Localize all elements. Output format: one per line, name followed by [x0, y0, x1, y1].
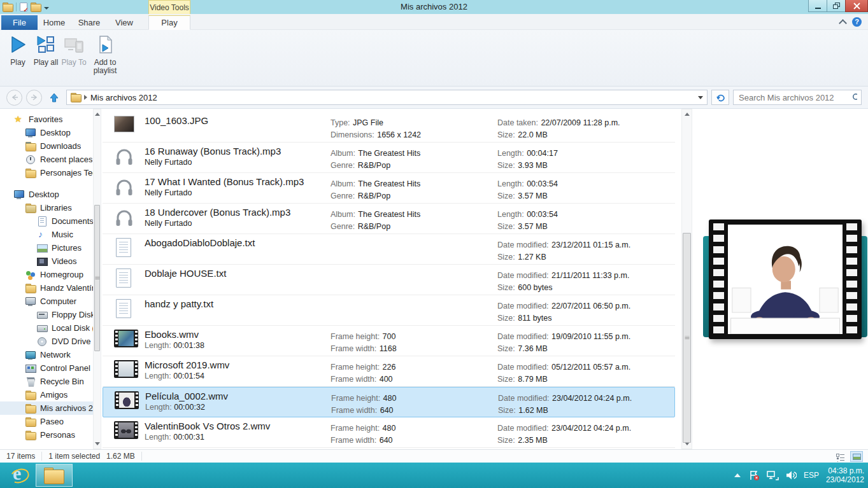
sidebar-item[interactable]: Homegroup	[0, 268, 93, 281]
sidebar-item[interactable]: Downloads	[0, 139, 93, 153]
file-row[interactable]: Microsoft 2019.wmv Length: 00:01:54 Fram…	[103, 356, 675, 387]
sidebar-icon	[25, 155, 36, 165]
ribbon-button[interactable]: Add to playlist	[89, 32, 122, 86]
sidebar-item[interactable]: Libraries	[0, 201, 93, 214]
new-folder-icon[interactable]	[31, 3, 41, 11]
breadcrumb-chevron-icon[interactable]	[84, 95, 87, 100]
detail-label: Length:	[497, 210, 524, 219]
ribbon-tab[interactable]: Home	[39, 15, 69, 30]
detail-value: 811 bytes	[518, 314, 551, 323]
file-row[interactable]: 16 Runaway (Bonus Track).mp3 Nelly Furta…	[103, 143, 675, 173]
sidebar-icon	[37, 256, 48, 267]
network-icon[interactable]	[767, 470, 779, 480]
sidebar-item[interactable]: Personas	[0, 428, 93, 442]
sidebar-item[interactable]: Music	[0, 228, 93, 241]
clock[interactable]: 04:38 p.m. 23/04/2012	[826, 466, 864, 484]
sidebar-item[interactable]: Paseo	[0, 415, 93, 428]
help-icon[interactable]	[852, 17, 862, 27]
scrollbar-thumb[interactable]	[94, 205, 100, 351]
ribbon-tab[interactable]: Share	[71, 15, 107, 30]
sidebar-item[interactable]: Videos	[0, 254, 93, 268]
sidebar-item[interactable]: Personajes Tecno	[0, 166, 93, 179]
scroll-up-icon[interactable]	[94, 109, 101, 119]
details-view-icon	[836, 453, 844, 461]
sidebar-item[interactable]: Recent places	[0, 153, 93, 166]
file-row[interactable]: 100_1603.JPG Type: JPG File Dimensions: …	[103, 112, 675, 143]
address-row: Mis archivos 2012	[0, 87, 868, 109]
ribbon-button[interactable]: Play all	[32, 32, 59, 86]
sidebar-item[interactable]: Handz Valentín	[0, 281, 93, 295]
file-row[interactable]: handz y patty.txt Date modified: 22/07/2…	[103, 295, 675, 326]
scrollbar-thumb[interactable]	[683, 233, 691, 443]
sidebar-item-label: Documents	[52, 216, 93, 226]
separator	[16, 3, 17, 11]
sidebar-item[interactable]: Network	[0, 348, 93, 361]
selected-size: 1.62 MB	[106, 452, 135, 461]
sidebar-item[interactable]: Pictures	[0, 241, 93, 254]
internet-explorer-button[interactable]	[5, 464, 33, 487]
sidebar-item[interactable]	[0, 179, 93, 188]
sidebar-item[interactable]: Desktop	[0, 126, 93, 139]
sidebar-item[interactable]: Control Panel	[0, 361, 93, 375]
file-list-scrollbar[interactable]	[681, 109, 692, 449]
language-indicator[interactable]: ESP	[804, 471, 819, 480]
details-view-button[interactable]	[834, 451, 846, 462]
file-row[interactable]: Ebooks.wmv Length: 00:01:38 Frame height…	[103, 326, 675, 356]
sidebar-item[interactable]: Desktop	[0, 188, 93, 201]
volume-icon[interactable]	[786, 470, 797, 480]
thumbnails-view-button[interactable]	[850, 451, 863, 462]
sidebar-item[interactable]: DVD Drive (D:)	[0, 335, 93, 348]
file-row[interactable]: 18 Undercover (Bonus Track).mp3 Nelly Fu…	[103, 204, 675, 234]
file-row[interactable]: AbogadoDiabloDoblaje.txt Date modified: …	[103, 234, 675, 265]
ribbon-button[interactable]: Play To	[60, 32, 87, 86]
address-bar[interactable]: Mis archivos 2012	[66, 90, 708, 105]
back-button[interactable]	[6, 90, 22, 106]
preview-thumbnail	[709, 220, 862, 339]
properties-icon[interactable]	[20, 3, 27, 11]
up-button[interactable]	[46, 90, 62, 105]
sidebar-item[interactable]: Amigos	[0, 388, 93, 401]
file-explorer-icon	[44, 468, 64, 484]
scroll-down-icon[interactable]	[94, 439, 101, 449]
restore-button[interactable]	[827, 0, 846, 12]
sidebar-item[interactable]: Favorites	[0, 113, 93, 126]
minimize-ribbon-icon[interactable]	[839, 19, 847, 27]
search-input[interactable]	[737, 92, 852, 103]
action-center-flag-icon[interactable]	[748, 470, 760, 481]
file-row[interactable]: ValentinBook Vs Otros 2.wmv Length: 00:0…	[103, 417, 675, 448]
file-explorer-button[interactable]	[36, 464, 73, 487]
file-row[interactable]: Doblaje HOUSE.txt Date modified: 21/11/2…	[103, 265, 675, 295]
close-button[interactable]	[845, 0, 868, 12]
sidebar-scrollbar[interactable]	[93, 109, 101, 449]
detail-label: Album:	[331, 149, 355, 158]
search-icon[interactable]	[852, 93, 857, 102]
ribbon-tab[interactable]: View	[108, 15, 140, 30]
breadcrumb[interactable]: Mis archivos 2012	[90, 93, 695, 102]
ribbon-button[interactable]: Play	[4, 32, 31, 86]
sidebar-item[interactable]: Mis archivos 2012	[0, 401, 93, 415]
scroll-up-icon[interactable]	[682, 109, 692, 119]
file-row[interactable]: 17 What I Wanted (Bonus Track).mp3 Nelly…	[103, 173, 675, 204]
detail-label: Genre:	[331, 222, 355, 231]
sidebar-item[interactable]: Recycle Bin	[0, 375, 93, 388]
ribbon-button-label: Add to playlist	[89, 59, 122, 75]
refresh-button[interactable]	[711, 90, 729, 105]
sidebar-item[interactable]: Floppy Disk Dri	[0, 308, 93, 321]
address-dropdown-icon[interactable]	[698, 96, 703, 99]
sidebar-item[interactable]: Documents	[0, 214, 93, 228]
show-hidden-icons-icon[interactable]	[734, 472, 741, 478]
refresh-icon	[716, 93, 725, 102]
detail-label: Frame height:	[331, 332, 380, 341]
customize-qat-icon[interactable]	[44, 7, 49, 10]
file-name: Microsoft 2019.wmv	[145, 356, 331, 371]
forward-button[interactable]	[26, 90, 42, 106]
filmstrip-icon	[709, 220, 862, 339]
minimize-button[interactable]	[808, 0, 827, 12]
detail-label: Frame width:	[331, 375, 376, 384]
detail-value: 1656 x 1242	[377, 130, 421, 139]
file-icon	[114, 204, 145, 234]
ribbon-tab[interactable]: Play	[148, 15, 190, 30]
file-row[interactable]: Película_0002.wmv Length: 00:00:32 Frame…	[103, 387, 675, 417]
sidebar-item[interactable]: Local Disk (C:)	[0, 321, 93, 335]
sidebar-item[interactable]: Computer	[0, 295, 93, 308]
